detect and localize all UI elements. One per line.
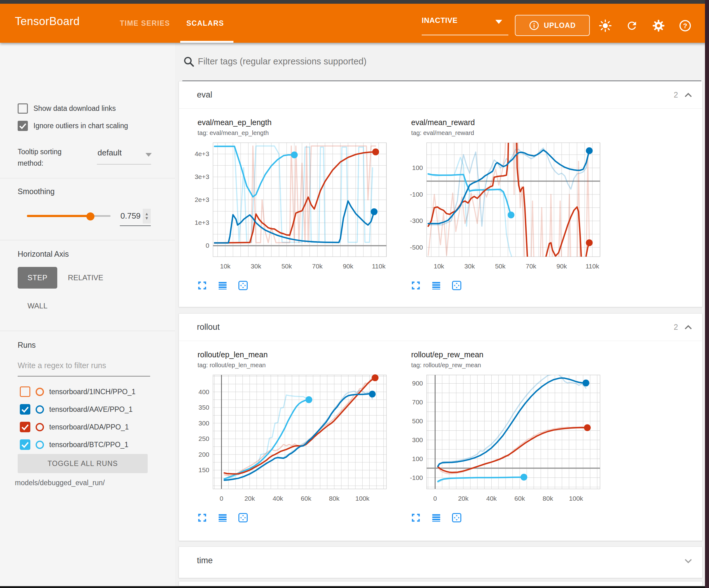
run-checkbox-unchecked[interactable] bbox=[20, 386, 30, 397]
checkbox-unchecked[interactable] bbox=[18, 103, 28, 113]
data-table-icon[interactable] bbox=[431, 280, 442, 291]
svg-text:100: 100 bbox=[412, 455, 423, 462]
fullscreen-icon[interactable] bbox=[411, 280, 422, 291]
section-card-rollout: rollout 2 rollout/ep_len_mean tag: rollo… bbox=[179, 313, 703, 541]
data-table-icon[interactable] bbox=[217, 512, 229, 523]
svg-text:80k: 80k bbox=[329, 495, 340, 502]
svg-text:100: 100 bbox=[412, 164, 423, 171]
svg-text:150: 150 bbox=[199, 466, 209, 474]
run-label: tensorboard/ADA/PPO_1 bbox=[49, 423, 129, 431]
upload-button-label: UPLOAD bbox=[544, 21, 576, 30]
chevron-up-icon[interactable] bbox=[683, 322, 693, 333]
check-icon bbox=[18, 121, 28, 131]
chart-tag: tag: eval/mean_reward bbox=[411, 129, 617, 136]
chart-canvas[interactable]: 150200250300350400020k40k60k80k100k bbox=[192, 372, 397, 511]
svg-text:80k: 80k bbox=[543, 495, 553, 502]
chart-title: eval/mean_ep_length bbox=[198, 118, 403, 127]
fit-domain-icon[interactable] bbox=[238, 280, 249, 291]
svg-text:300: 300 bbox=[412, 436, 423, 443]
fullscreen-icon[interactable] bbox=[197, 280, 208, 291]
check-icon bbox=[20, 404, 30, 415]
checkbox-label: Show data download links bbox=[33, 104, 116, 113]
section-card-eval: eval 2 eval/mean_ep_length tag: eval/mea… bbox=[179, 81, 703, 307]
toggle-all-runs-button[interactable]: TOGGLE ALL RUNS bbox=[18, 454, 148, 473]
run-checkbox-checked[interactable] bbox=[20, 404, 30, 415]
upload-button[interactable]: UPLOAD bbox=[515, 15, 590, 36]
svg-text:50k: 50k bbox=[495, 262, 506, 270]
svg-text:60k: 60k bbox=[515, 495, 525, 502]
tag-filter-placeholder: Filter tags (regular expressions support… bbox=[198, 56, 367, 67]
tag-filter-input[interactable]: Filter tags (regular expressions support… bbox=[182, 51, 702, 73]
runs-filter-input[interactable]: Write a regex to filter runs bbox=[18, 361, 150, 377]
checkbox-label: Ignore outliers in chart scaling bbox=[33, 122, 128, 130]
chart-canvas[interactable]: 100-100-300-50010k30k50k70k90k110k bbox=[406, 139, 610, 278]
gear-icon[interactable] bbox=[651, 19, 666, 33]
horizontal-axis-label: Horizontal Axis bbox=[18, 250, 69, 259]
chart-tag: tag: eval/mean_ep_length bbox=[198, 129, 403, 136]
tab-time-series[interactable]: TIME SERIES bbox=[120, 4, 170, 43]
smoothing-value-field[interactable]: 0.759 ▲▼ bbox=[120, 208, 151, 225]
tooltip-sorting-select[interactable]: default bbox=[98, 148, 152, 164]
check-icon bbox=[20, 422, 30, 432]
svg-text:?: ? bbox=[683, 22, 687, 30]
run-checkbox-checked[interactable] bbox=[20, 422, 30, 432]
smoothing-value: 0.759 bbox=[121, 211, 140, 221]
chart-canvas[interactable]: 01e+32e+33e+34e+310k30k50k70k90k110k bbox=[192, 139, 397, 278]
section-header-time[interactable]: time bbox=[179, 547, 702, 574]
run-row[interactable]: tensorboard/BTC/PPO_1 bbox=[20, 437, 165, 452]
smoothing-slider[interactable] bbox=[27, 212, 110, 220]
window-top-bar bbox=[0, 0, 709, 4]
svg-text:20k: 20k bbox=[458, 495, 468, 502]
window-bottom-bar bbox=[0, 586, 709, 588]
brightness-icon[interactable] bbox=[598, 19, 612, 33]
section-header-eval[interactable]: eval 2 bbox=[179, 81, 702, 109]
axis-wall-button[interactable]: WALL bbox=[18, 296, 57, 316]
axis-step-button[interactable]: STEP bbox=[18, 267, 57, 288]
svg-text:1e+3: 1e+3 bbox=[195, 219, 209, 226]
fit-domain-icon[interactable] bbox=[451, 512, 463, 523]
help-icon[interactable]: ? bbox=[678, 19, 692, 33]
axis-relative-button[interactable]: RELATIVE bbox=[66, 267, 105, 288]
status-dropdown[interactable]: INACTIVE bbox=[422, 16, 508, 35]
refresh-icon[interactable] bbox=[625, 19, 639, 33]
chart-block: eval/mean_ep_length tag: eval/mean_ep_le… bbox=[192, 118, 403, 291]
fit-domain-icon[interactable] bbox=[451, 280, 463, 291]
checkbox-checked[interactable] bbox=[18, 121, 28, 131]
run-row[interactable]: tensorboard/AAVE/PPO_1 bbox=[20, 402, 165, 416]
fullscreen-icon[interactable] bbox=[197, 512, 208, 523]
chart-canvas[interactable]: -100100300500700900020k40k60k80k100k bbox=[406, 372, 610, 511]
data-table-icon[interactable] bbox=[431, 512, 442, 523]
svg-text:400: 400 bbox=[199, 388, 209, 395]
run-row[interactable]: tensorboard/1INCH/PPO_1 bbox=[20, 385, 165, 399]
svg-text:10k: 10k bbox=[434, 262, 444, 270]
chevron-down-icon[interactable] bbox=[683, 556, 693, 566]
svg-text:-100: -100 bbox=[410, 474, 423, 481]
runs-group-label: models/debugged_eval_run/ bbox=[15, 479, 105, 487]
info-icon bbox=[529, 20, 539, 31]
show-download-links-row[interactable]: Show data download links bbox=[18, 103, 116, 113]
svg-text:100k: 100k bbox=[356, 495, 370, 502]
slider-thumb[interactable] bbox=[86, 212, 95, 221]
chart-block: rollout/ep_len_mean tag: rollout/ep_len_… bbox=[192, 350, 403, 523]
svg-text:70k: 70k bbox=[312, 262, 323, 270]
ignore-outliers-row[interactable]: Ignore outliers in chart scaling bbox=[18, 121, 128, 131]
section-count: 2 bbox=[674, 323, 678, 332]
fullscreen-icon[interactable] bbox=[411, 512, 422, 523]
run-checkbox-checked[interactable] bbox=[20, 439, 30, 450]
smoothing-label: Smoothing bbox=[18, 187, 55, 196]
chevron-up-icon[interactable] bbox=[683, 90, 693, 101]
number-spinner[interactable]: ▲▼ bbox=[143, 209, 151, 224]
chart-title: rollout/ep_len_mean bbox=[198, 350, 403, 359]
section-header-rollout[interactable]: rollout 2 bbox=[179, 314, 702, 341]
svg-text:700: 700 bbox=[412, 399, 423, 406]
svg-text:-100: -100 bbox=[410, 191, 423, 198]
svg-text:-500: -500 bbox=[410, 244, 423, 251]
svg-text:30k: 30k bbox=[251, 262, 261, 270]
run-row[interactable]: tensorboard/ADA/PPO_1 bbox=[20, 420, 165, 434]
tab-scalars[interactable]: SCALARS bbox=[186, 4, 224, 43]
divider bbox=[0, 331, 175, 331]
fit-domain-icon[interactable] bbox=[238, 512, 249, 523]
run-color-ring bbox=[35, 423, 44, 431]
data-table-icon[interactable] bbox=[217, 280, 229, 291]
svg-text:40k: 40k bbox=[273, 495, 283, 502]
